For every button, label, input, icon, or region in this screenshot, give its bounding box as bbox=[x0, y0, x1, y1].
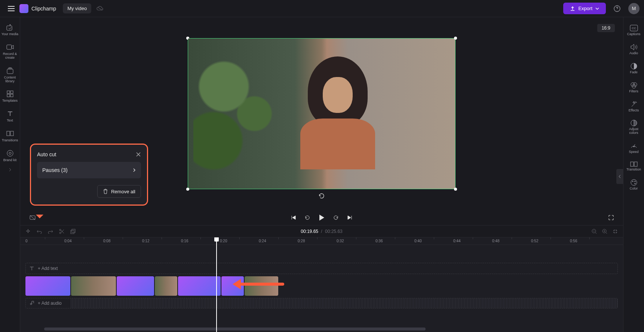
user-avatar[interactable]: M bbox=[628, 3, 640, 14]
rail-captions[interactable]: CCCaptions bbox=[625, 22, 643, 39]
rail-label: Transition bbox=[626, 168, 641, 172]
rail-effects[interactable]: Effects bbox=[625, 99, 643, 115]
aspect-ratio-button[interactable]: 16:9 bbox=[597, 24, 615, 32]
rail-fade[interactable]: Fade bbox=[625, 61, 643, 77]
skip-end-button[interactable] bbox=[347, 215, 352, 220]
rail-expand-button[interactable] bbox=[9, 167, 12, 172]
ruler-tick: 0:12 bbox=[142, 239, 149, 243]
forward-button[interactable] bbox=[333, 215, 339, 221]
svg-rect-15 bbox=[71, 230, 74, 234]
rail-content-library[interactable]: Content library bbox=[1, 64, 19, 86]
remove-all-button[interactable]: Remove all bbox=[97, 185, 141, 198]
rail-color[interactable]: Color bbox=[625, 177, 643, 193]
ruler-tick: 0:40 bbox=[414, 239, 421, 243]
preview-stage[interactable] bbox=[188, 38, 456, 189]
playhead[interactable] bbox=[216, 237, 217, 332]
skip-start-icon bbox=[291, 215, 296, 220]
speaker-icon bbox=[630, 44, 638, 50]
fullscreen-button[interactable] bbox=[608, 215, 614, 221]
video-preview bbox=[188, 39, 455, 189]
split-button[interactable] bbox=[59, 229, 64, 234]
close-icon bbox=[136, 152, 141, 157]
text-icon bbox=[7, 111, 13, 117]
undo-button[interactable] bbox=[37, 229, 42, 234]
sync-status-icon bbox=[96, 6, 103, 11]
rail-templates[interactable]: Templates bbox=[1, 87, 19, 105]
copy-button[interactable] bbox=[70, 229, 76, 234]
ruler-tick: 0:48 bbox=[492, 239, 499, 243]
timeline-scrollbar[interactable] bbox=[44, 328, 426, 331]
rail-speed[interactable]: Speed bbox=[625, 140, 643, 156]
skip-end-icon bbox=[347, 215, 352, 220]
upload-icon bbox=[570, 6, 575, 11]
svg-rect-5 bbox=[10, 91, 13, 93]
rail-adjust-colors[interactable]: Adjust colors bbox=[625, 117, 643, 137]
rewind-button[interactable] bbox=[304, 215, 310, 221]
rail-your-media[interactable]: Your media bbox=[1, 21, 19, 39]
svg-rect-2 bbox=[7, 45, 12, 49]
brand-name: Clipchamp bbox=[31, 6, 56, 12]
fit-button[interactable] bbox=[613, 229, 618, 234]
svg-point-30 bbox=[632, 181, 633, 182]
fade-icon bbox=[631, 63, 637, 70]
text-track-placeholder[interactable]: + Add text bbox=[25, 263, 618, 274]
rail-label: Captions bbox=[627, 33, 641, 36]
rail-label: Color bbox=[630, 187, 638, 191]
play-button[interactable] bbox=[319, 214, 325, 221]
rail-brand-kit[interactable]: Brand kit bbox=[1, 147, 19, 165]
hamburger-icon bbox=[8, 6, 15, 11]
rail-label: Your media bbox=[1, 33, 18, 36]
svg-point-29 bbox=[631, 179, 637, 185]
video-clip[interactable] bbox=[71, 276, 116, 296]
audio-placeholder-label: + Add audio bbox=[38, 301, 62, 306]
help-button[interactable] bbox=[611, 3, 623, 15]
reset-transform-button[interactable] bbox=[318, 193, 325, 199]
fullscreen-icon bbox=[608, 215, 614, 221]
rail-label: Content library bbox=[1, 76, 19, 83]
timeline[interactable]: 00:040:080:120:160:200:240:280:320:360:4… bbox=[20, 237, 623, 332]
audio-track-placeholder[interactable]: + Add audio bbox=[25, 298, 618, 308]
right-rail: CCCaptions Audio Fade Filters Effects Ad… bbox=[623, 17, 644, 332]
right-rail-collapse-button[interactable] bbox=[616, 169, 623, 184]
svg-text:CC: CC bbox=[632, 27, 636, 30]
hide-preview-button[interactable] bbox=[29, 215, 36, 221]
redo-button[interactable] bbox=[48, 229, 53, 234]
video-clip[interactable] bbox=[25, 276, 70, 296]
ruler-tick: 0:16 bbox=[181, 239, 188, 243]
text-placeholder-label: + Add text bbox=[38, 266, 58, 271]
ruler-tick: 0:24 bbox=[259, 239, 266, 243]
avatar-initial: M bbox=[632, 6, 636, 11]
camera-icon bbox=[6, 44, 14, 50]
rail-audio[interactable]: Audio bbox=[625, 42, 643, 58]
menu-button[interactable] bbox=[4, 2, 18, 15]
rail-transitions[interactable]: Transitions bbox=[1, 127, 19, 145]
video-clip[interactable] bbox=[117, 276, 154, 296]
chevron-right-icon bbox=[9, 167, 12, 172]
library-icon bbox=[7, 67, 13, 74]
autocut-pauses-row[interactable]: Pauses (3) bbox=[37, 162, 141, 178]
export-label: Export bbox=[578, 6, 592, 11]
rail-transition[interactable]: Transition bbox=[625, 159, 643, 174]
rail-filters[interactable]: Filters bbox=[625, 80, 643, 96]
rail-text[interactable]: Text bbox=[1, 107, 19, 125]
export-button[interactable]: Export bbox=[563, 3, 606, 14]
video-clip[interactable] bbox=[155, 276, 177, 296]
zoom-in-button[interactable] bbox=[602, 229, 607, 234]
rail-record-create[interactable]: Record & create bbox=[1, 41, 19, 62]
video-clip[interactable] bbox=[178, 276, 221, 296]
help-icon bbox=[614, 5, 620, 12]
magic-button[interactable] bbox=[25, 229, 31, 234]
ruler-tick: 0:08 bbox=[103, 239, 110, 243]
zoom-out-button[interactable] bbox=[592, 229, 597, 234]
autocut-close-button[interactable] bbox=[136, 152, 141, 157]
video-track[interactable] bbox=[25, 276, 618, 296]
skip-start-button[interactable] bbox=[291, 215, 296, 220]
video-clip[interactable] bbox=[245, 276, 278, 296]
svg-rect-27 bbox=[631, 162, 634, 166]
rail-label: Fade bbox=[630, 71, 638, 74]
brand[interactable]: Clipchamp bbox=[19, 4, 56, 13]
timeline-ruler[interactable]: 00:040:080:120:160:200:240:280:320:360:4… bbox=[20, 237, 623, 245]
scissors-icon bbox=[59, 229, 64, 234]
video-title-input[interactable]: My video bbox=[63, 3, 91, 13]
rail-label: Effects bbox=[629, 109, 639, 113]
